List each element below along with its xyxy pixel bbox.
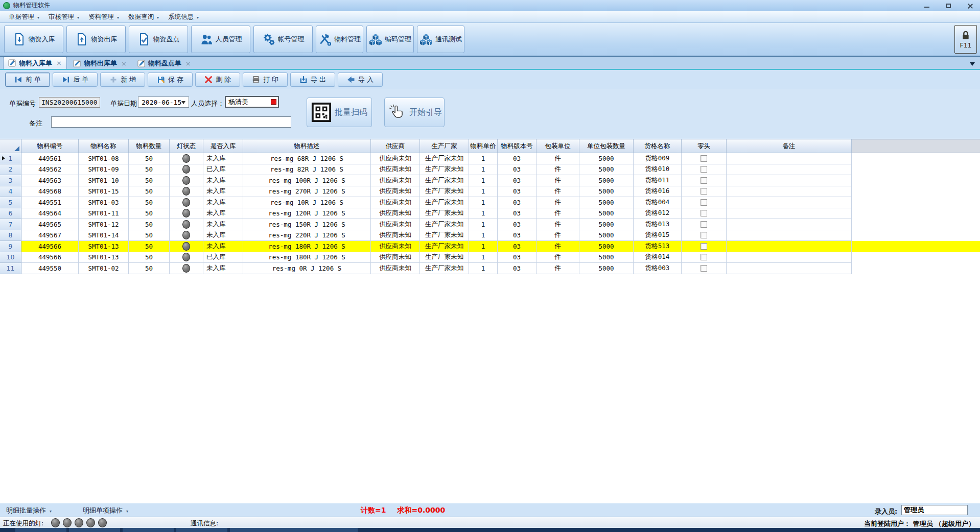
table-cell[interactable]: SMT01-03 [79, 197, 129, 208]
table-cell[interactable]: 货格009 [634, 153, 682, 164]
table-row[interactable]: 10449566SMT01-1350已入库res-mg 180R J 1206 … [0, 252, 980, 263]
table-cell[interactable]: 03 [498, 164, 536, 176]
table-cell[interactable]: 货格010 [634, 164, 682, 176]
row-selector-header[interactable] [0, 139, 21, 153]
start-guide-button[interactable]: 开始引导 [384, 98, 445, 127]
ribbon-button[interactable]: 物资出库 [66, 26, 126, 53]
table-cell[interactable]: 50 [129, 175, 170, 186]
table-cell[interactable]: 货格011 [634, 175, 682, 186]
table-cell[interactable]: 未入库 [203, 208, 243, 220]
table-cell[interactable]: 件 [536, 263, 579, 274]
table-cell[interactable]: 449566 [21, 241, 79, 252]
table-cell[interactable]: SMT01-08 [79, 153, 129, 164]
table-cell[interactable]: 已入库 [203, 164, 243, 176]
table-cell[interactable]: 货格016 [634, 186, 682, 198]
column-header[interactable]: 物料编号 [21, 139, 79, 153]
table-row[interactable]: 2449562SMT01-0950已入库res-mg 82R J 1206 S供… [0, 164, 980, 176]
table-cell[interactable]: SMT01-11 [79, 208, 129, 220]
tab-list-dropdown-icon[interactable] [970, 62, 975, 66]
column-header[interactable]: 备注 [727, 139, 852, 153]
table-cell[interactable]: 5000 [579, 175, 634, 186]
table-cell[interactable]: 50 [129, 219, 170, 230]
table-cell[interactable]: 1 [469, 263, 498, 274]
table-cell[interactable]: SMT01-02 [79, 263, 129, 274]
table-cell[interactable]: 件 [536, 208, 579, 220]
table-cell[interactable]: 03 [498, 230, 536, 241]
table-cell[interactable]: SMT01-14 [79, 230, 129, 241]
menu-item[interactable]: 单据管理▾ [4, 12, 44, 22]
table-cell[interactable]: 生产厂家未知 [420, 175, 469, 186]
column-header[interactable]: 货格名称 [634, 139, 682, 153]
table-cell[interactable]: 生产厂家未知 [420, 208, 469, 220]
table-cell[interactable]: 449568 [21, 186, 79, 198]
menu-item[interactable]: 数据查询▾ [124, 12, 164, 22]
checkbox[interactable] [701, 155, 707, 162]
table-cell[interactable]: 货格513 [634, 241, 682, 252]
table-cell[interactable]: 5000 [579, 230, 634, 241]
table-cell[interactable]: SMT01-09 [79, 164, 129, 176]
table-cell[interactable]: 供应商未知 [371, 197, 420, 208]
table-cell[interactable]: 货格015 [634, 230, 682, 241]
table-row[interactable]: 6449564SMT01-1150未入库res-mg 120R J 1206 S… [0, 208, 980, 220]
table-cell[interactable]: 449561 [21, 153, 79, 164]
checkbox[interactable] [701, 199, 707, 206]
table-cell[interactable]: 50 [129, 153, 170, 164]
table-cell[interactable]: 供应商未知 [371, 175, 420, 186]
ribbon-button[interactable]: 物资盘点 [129, 26, 188, 53]
table-cell[interactable]: 5000 [579, 208, 634, 220]
table-cell[interactable]: 5000 [579, 219, 634, 230]
checkbox[interactable] [701, 210, 707, 216]
table-cell[interactable]: SMT01-10 [79, 175, 129, 186]
table-cell[interactable]: 件 [536, 241, 579, 252]
table-cell[interactable]: 件 [536, 175, 579, 186]
column-header[interactable]: 物料描述 [243, 139, 371, 153]
table-cell[interactable]: 货格003 [634, 263, 682, 274]
table-cell[interactable]: 供应商未知 [371, 219, 420, 230]
checkbox[interactable] [701, 188, 707, 195]
batch-scan-button[interactable]: 批量扫码 [307, 98, 372, 127]
table-cell[interactable]: 生产厂家未知 [420, 186, 469, 198]
table-cell[interactable]: 1 [469, 186, 498, 198]
table-cell[interactable]: res-mg 10R J 1206 S [243, 197, 371, 208]
table-cell[interactable]: res-mg 68R J 1206 S [243, 153, 371, 164]
table-cell[interactable]: 03 [498, 208, 536, 220]
table-cell[interactable]: 5000 [579, 164, 634, 176]
table-cell[interactable]: 449551 [21, 197, 79, 208]
table-cell[interactable]: 供应商未知 [371, 241, 420, 252]
column-header[interactable]: 包装单位 [536, 139, 579, 153]
table-cell[interactable]: 生产厂家未知 [420, 241, 469, 252]
action-button[interactable]: 新 增 [100, 72, 145, 87]
table-cell[interactable]: 449565 [21, 219, 79, 230]
doc-date-select[interactable]: 2020-06-15 [138, 96, 189, 108]
detail-single-menu[interactable]: 明细单项操作 ▾ [83, 506, 128, 515]
column-header[interactable]: 零头 [682, 139, 727, 153]
action-button[interactable]: 保 存 [148, 72, 193, 87]
table-cell[interactable]: 1 [469, 208, 498, 220]
column-header[interactable]: 物料单价 [469, 139, 498, 153]
column-header[interactable]: 是否入库 [203, 139, 243, 153]
checkbox[interactable] [701, 243, 707, 250]
table-cell[interactable]: 1 [469, 219, 498, 230]
table-cell[interactable]: res-mg 100R J 1206 S [243, 175, 371, 186]
action-button[interactable]: 删 除 [195, 72, 240, 87]
table-cell[interactable]: 生产厂家未知 [420, 197, 469, 208]
table-cell[interactable]: 1 [469, 197, 498, 208]
checkbox[interactable] [701, 232, 707, 238]
checkbox[interactable] [701, 265, 707, 272]
table-cell[interactable]: 449563 [21, 175, 79, 186]
table-cell[interactable]: 03 [498, 263, 536, 274]
checkbox[interactable] [701, 254, 707, 260]
table-cell[interactable]: 已入库 [203, 252, 243, 263]
table-row[interactable]: 11449550SMT01-0250未入库res-mg 0R J 1206 S供… [0, 263, 980, 274]
table-cell[interactable]: 件 [536, 219, 579, 230]
table-row[interactable]: 9449566SMT01-1350未入库res-mg 180R J 1206 S… [0, 241, 980, 252]
table-cell[interactable]: 449564 [21, 208, 79, 220]
minimize-icon[interactable] [923, 2, 931, 10]
table-cell[interactable]: 449562 [21, 164, 79, 176]
table-cell[interactable]: 未入库 [203, 219, 243, 230]
table-cell[interactable]: 供应商未知 [371, 186, 420, 198]
table-cell[interactable]: 5000 [579, 263, 634, 274]
table-cell[interactable]: SMT01-12 [79, 219, 129, 230]
table-cell[interactable]: 03 [498, 153, 536, 164]
action-button[interactable]: 导 入 [338, 72, 383, 87]
